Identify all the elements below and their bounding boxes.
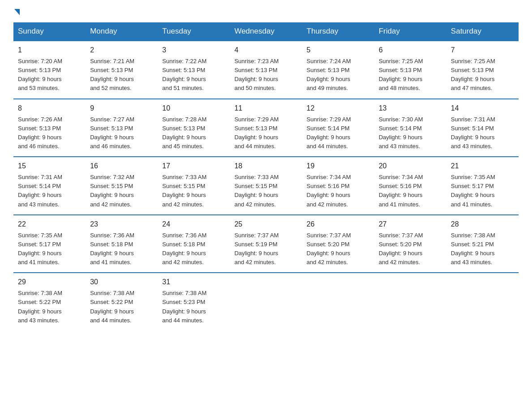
calendar-day-cell: 4Sunrise: 7:23 AMSunset: 5:13 PMDaylight…: [230, 41, 302, 99]
day-info: Sunrise: 7:29 AMSunset: 5:13 PMDaylight:…: [234, 115, 297, 151]
weekday-header-saturday: Saturday: [446, 22, 519, 41]
calendar-week-row: 15Sunrise: 7:31 AMSunset: 5:14 PMDayligh…: [13, 157, 519, 215]
calendar-day-cell: 20Sunrise: 7:34 AMSunset: 5:16 PMDayligh…: [374, 157, 446, 215]
calendar-week-row: 22Sunrise: 7:35 AMSunset: 5:17 PMDayligh…: [13, 215, 519, 273]
day-number: 29: [18, 277, 81, 287]
day-number: 30: [90, 277, 153, 287]
day-number: 22: [18, 219, 81, 230]
day-info: Sunrise: 7:25 AMSunset: 5:13 PMDaylight:…: [379, 57, 442, 93]
calendar-day-cell: 10Sunrise: 7:28 AMSunset: 5:13 PMDayligh…: [158, 99, 230, 157]
day-info: Sunrise: 7:27 AMSunset: 5:13 PMDaylight:…: [90, 115, 153, 151]
calendar-day-cell: 24Sunrise: 7:36 AMSunset: 5:18 PMDayligh…: [158, 215, 230, 273]
calendar-table: SundayMondayTuesdayWednesdayThursdayFrid…: [13, 22, 519, 330]
day-info: Sunrise: 7:31 AMSunset: 5:14 PMDaylight:…: [451, 115, 514, 151]
calendar-day-cell: 7Sunrise: 7:25 AMSunset: 5:13 PMDaylight…: [446, 41, 519, 99]
day-info: Sunrise: 7:37 AMSunset: 5:19 PMDaylight:…: [234, 231, 297, 267]
day-number: 2: [90, 45, 153, 56]
day-info: Sunrise: 7:36 AMSunset: 5:18 PMDaylight:…: [162, 231, 225, 267]
calendar-day-cell: 25Sunrise: 7:37 AMSunset: 5:19 PMDayligh…: [230, 215, 302, 273]
day-info: Sunrise: 7:35 AMSunset: 5:17 PMDaylight:…: [18, 231, 81, 267]
logo: [13, 9, 21, 15]
day-info: Sunrise: 7:31 AMSunset: 5:14 PMDaylight:…: [18, 173, 81, 209]
day-number: 9: [90, 103, 153, 114]
day-info: Sunrise: 7:28 AMSunset: 5:13 PMDaylight:…: [162, 115, 225, 151]
day-number: 14: [451, 103, 514, 114]
calendar-day-cell: 18Sunrise: 7:33 AMSunset: 5:15 PMDayligh…: [230, 157, 302, 215]
day-number: 1: [18, 45, 81, 56]
day-number: 5: [307, 45, 370, 56]
calendar-day-cell: 1Sunrise: 7:20 AMSunset: 5:13 PMDaylight…: [13, 41, 86, 99]
weekday-header-thursday: Thursday: [302, 22, 374, 41]
day-number: 4: [234, 45, 297, 56]
day-number: 11: [234, 103, 297, 114]
day-number: 27: [379, 219, 442, 230]
day-number: 3: [162, 45, 225, 56]
day-number: 6: [379, 45, 442, 56]
day-info: Sunrise: 7:20 AMSunset: 5:13 PMDaylight:…: [18, 57, 81, 93]
day-info: Sunrise: 7:37 AMSunset: 5:20 PMDaylight:…: [379, 231, 442, 267]
calendar-day-cell: 29Sunrise: 7:38 AMSunset: 5:22 PMDayligh…: [13, 273, 86, 330]
calendar-day-cell: 31Sunrise: 7:38 AMSunset: 5:23 PMDayligh…: [158, 273, 230, 330]
day-info: Sunrise: 7:34 AMSunset: 5:16 PMDaylight:…: [379, 173, 442, 209]
day-number: 23: [90, 219, 153, 230]
day-number: 18: [234, 161, 297, 171]
calendar-day-cell: 17Sunrise: 7:33 AMSunset: 5:15 PMDayligh…: [158, 157, 230, 215]
day-number: 13: [379, 103, 442, 114]
day-info: Sunrise: 7:32 AMSunset: 5:15 PMDaylight:…: [90, 173, 153, 209]
calendar-week-row: 29Sunrise: 7:38 AMSunset: 5:22 PMDayligh…: [13, 273, 519, 330]
day-info: Sunrise: 7:30 AMSunset: 5:14 PMDaylight:…: [379, 115, 442, 151]
calendar-week-row: 8Sunrise: 7:26 AMSunset: 5:13 PMDaylight…: [13, 99, 519, 157]
day-info: Sunrise: 7:34 AMSunset: 5:16 PMDaylight:…: [307, 173, 370, 209]
day-info: Sunrise: 7:37 AMSunset: 5:20 PMDaylight:…: [307, 231, 370, 267]
weekday-header-tuesday: Tuesday: [158, 22, 230, 41]
day-number: 20: [379, 161, 442, 171]
calendar-day-cell: 30Sunrise: 7:38 AMSunset: 5:22 PMDayligh…: [86, 273, 158, 330]
page-header: [13, 9, 519, 15]
day-number: 21: [451, 161, 514, 171]
calendar-day-cell: 16Sunrise: 7:32 AMSunset: 5:15 PMDayligh…: [86, 157, 158, 215]
weekday-header-sunday: Sunday: [13, 22, 86, 41]
weekday-header-friday: Friday: [374, 22, 446, 41]
weekday-header-monday: Monday: [86, 22, 158, 41]
calendar-day-cell: 19Sunrise: 7:34 AMSunset: 5:16 PMDayligh…: [302, 157, 374, 215]
day-number: 15: [18, 161, 81, 171]
calendar-day-cell: 14Sunrise: 7:31 AMSunset: 5:14 PMDayligh…: [446, 99, 519, 157]
calendar-day-cell: [374, 273, 446, 330]
weekday-header-wednesday: Wednesday: [230, 22, 302, 41]
day-info: Sunrise: 7:38 AMSunset: 5:21 PMDaylight:…: [451, 231, 514, 267]
day-number: 25: [234, 219, 297, 230]
calendar-day-cell: 12Sunrise: 7:29 AMSunset: 5:14 PMDayligh…: [302, 99, 374, 157]
day-number: 19: [307, 161, 370, 171]
day-info: Sunrise: 7:36 AMSunset: 5:18 PMDaylight:…: [90, 231, 153, 267]
calendar-day-cell: [446, 273, 519, 330]
calendar-day-cell: 22Sunrise: 7:35 AMSunset: 5:17 PMDayligh…: [13, 215, 86, 273]
day-number: 16: [90, 161, 153, 171]
day-info: Sunrise: 7:35 AMSunset: 5:17 PMDaylight:…: [451, 173, 514, 209]
calendar-day-cell: 5Sunrise: 7:24 AMSunset: 5:13 PMDaylight…: [302, 41, 374, 99]
calendar-day-cell: 11Sunrise: 7:29 AMSunset: 5:13 PMDayligh…: [230, 99, 302, 157]
day-info: Sunrise: 7:22 AMSunset: 5:13 PMDaylight:…: [162, 57, 225, 93]
day-info: Sunrise: 7:33 AMSunset: 5:15 PMDaylight:…: [234, 173, 297, 209]
calendar-day-cell: 21Sunrise: 7:35 AMSunset: 5:17 PMDayligh…: [446, 157, 519, 215]
day-info: Sunrise: 7:25 AMSunset: 5:13 PMDaylight:…: [451, 57, 514, 93]
day-number: 8: [18, 103, 81, 114]
calendar-day-cell: [302, 273, 374, 330]
calendar-day-cell: [230, 273, 302, 330]
calendar-day-cell: 28Sunrise: 7:38 AMSunset: 5:21 PMDayligh…: [446, 215, 519, 273]
day-info: Sunrise: 7:33 AMSunset: 5:15 PMDaylight:…: [162, 173, 225, 209]
day-info: Sunrise: 7:26 AMSunset: 5:13 PMDaylight:…: [18, 115, 81, 151]
calendar-day-cell: 26Sunrise: 7:37 AMSunset: 5:20 PMDayligh…: [302, 215, 374, 273]
day-number: 17: [162, 161, 225, 171]
logo-triangle-icon: [14, 9, 20, 15]
day-info: Sunrise: 7:38 AMSunset: 5:22 PMDaylight:…: [18, 289, 81, 325]
calendar-day-cell: 3Sunrise: 7:22 AMSunset: 5:13 PMDaylight…: [158, 41, 230, 99]
day-info: Sunrise: 7:38 AMSunset: 5:23 PMDaylight:…: [162, 289, 225, 325]
day-number: 7: [451, 45, 514, 56]
calendar-week-row: 1Sunrise: 7:20 AMSunset: 5:13 PMDaylight…: [13, 41, 519, 99]
day-number: 24: [162, 219, 225, 230]
day-info: Sunrise: 7:24 AMSunset: 5:13 PMDaylight:…: [307, 57, 370, 93]
day-number: 28: [451, 219, 514, 230]
day-info: Sunrise: 7:38 AMSunset: 5:22 PMDaylight:…: [90, 289, 153, 325]
day-number: 26: [307, 219, 370, 230]
calendar-day-cell: 15Sunrise: 7:31 AMSunset: 5:14 PMDayligh…: [13, 157, 86, 215]
